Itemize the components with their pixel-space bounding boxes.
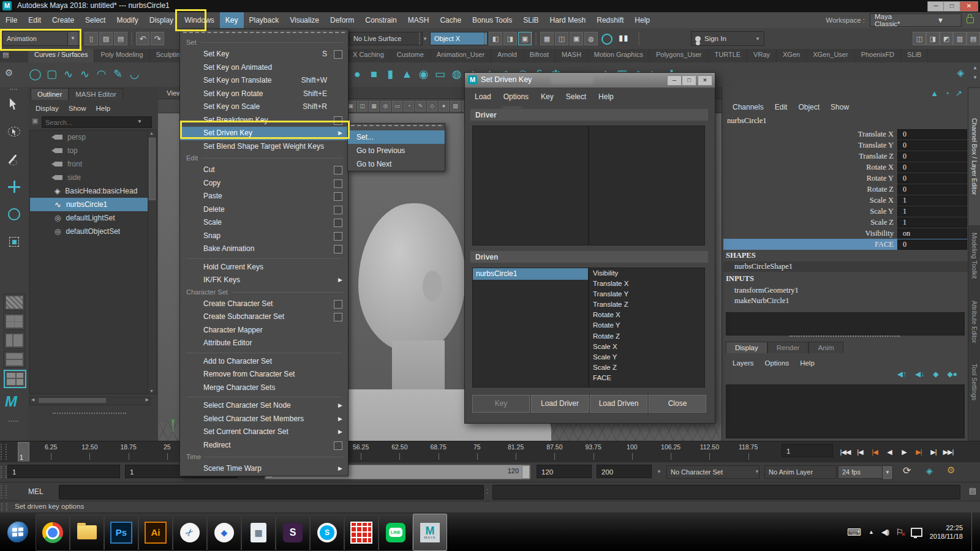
step-forward-frame-button[interactable]: ▶| <box>911 444 926 460</box>
layer-menu-options[interactable]: Options <box>760 356 795 370</box>
redo-icon[interactable]: ↷ <box>151 32 164 45</box>
symmetry-field[interactable]: Object X <box>430 32 488 45</box>
taskbar-start-button[interactable] <box>1 514 34 550</box>
outliner-menu-show[interactable]: Show <box>64 102 91 115</box>
dialog-maximize-button[interactable]: □ <box>682 75 696 86</box>
channel-value-field[interactable]: 0 <box>897 162 967 173</box>
shelf-gear-icon[interactable]: ⚙ <box>5 67 13 78</box>
pause-icon[interactable]: ▮▮ <box>619 33 628 42</box>
highlight-selection-icon[interactable]: ◧ <box>489 32 502 45</box>
step-back-frame-button[interactable]: |◀ <box>867 444 882 460</box>
taskbar-snipping-tool[interactable]: ✂ <box>173 514 207 551</box>
close-button[interactable]: ✕ <box>960 1 978 12</box>
tab-outliner[interactable]: Outliner <box>31 88 69 100</box>
outliner-item-defaultobjectset[interactable]: ◎defaultObjectSet <box>30 225 150 238</box>
graph-editor-toggle-icon[interactable]: ◨ <box>926 32 940 45</box>
workspace-lock-icon[interactable] <box>967 17 974 23</box>
shelf-tab-mash[interactable]: MASH <box>556 49 588 62</box>
render-current-frame-icon[interactable]: ◫ <box>555 32 568 45</box>
character-set-selector[interactable]: No Character Set <box>666 465 760 479</box>
option-box[interactable] <box>334 232 342 241</box>
scrollbar-thumb[interactable] <box>149 138 156 200</box>
menu-item-add-to-character-set[interactable]: Add to Character Set <box>180 355 348 369</box>
taskbar-chrome[interactable] <box>36 514 70 551</box>
menu-item-set-breakdown-key[interactable]: Set Breakdown Key <box>180 114 348 127</box>
menu-item-delete[interactable]: Delete <box>180 203 348 217</box>
channel-row-scale-x[interactable]: Scale X1 <box>723 195 967 206</box>
nurbs-circle-icon[interactable]: ◯ <box>27 62 43 86</box>
shelf-scroll-up-icon[interactable]: ▲ <box>973 65 978 70</box>
menu-item-ik-fk-keys[interactable]: IK/FK Keys▶ <box>180 274 348 287</box>
poly-plane-icon[interactable]: ▭ <box>432 62 448 86</box>
scroll-up-icon[interactable]: ▲ <box>149 131 154 135</box>
dialog-menu-select[interactable]: Select <box>560 90 592 103</box>
driven-attribute-scale-x[interactable]: Scale X <box>589 342 704 352</box>
render-view-icon[interactable]: ▦ <box>540 32 554 45</box>
playback-loop-icon[interactable]: ⟳ <box>903 465 911 476</box>
grease-pencil-icon[interactable]: ✎ <box>415 101 426 111</box>
menu-item-copy[interactable]: Copy <box>180 177 348 190</box>
menu-modify[interactable]: Modify <box>111 12 143 28</box>
dialog-minimize-button[interactable]: ─ <box>667 75 682 86</box>
poly-cylinder-icon[interactable]: ▮ <box>382 62 399 86</box>
dialog-title-bar[interactable]: M Set Driven Key ─ □ ✕ <box>465 73 715 88</box>
menu-item-set-key-on-scale[interactable]: Set Key on ScaleShift+R <box>180 100 348 114</box>
bezier-curve-icon[interactable]: ◠ <box>93 62 110 86</box>
2d-pan-zoom-icon[interactable]: ◔ <box>404 101 414 111</box>
lock-camera-icon[interactable]: ◫ <box>357 101 368 111</box>
create-empty-layer-icon[interactable]: ◆ <box>933 370 938 378</box>
volume-icon[interactable]: ◀))) <box>881 528 888 536</box>
load-driver-button[interactable]: Load Driver <box>531 395 589 413</box>
driver-object-list[interactable] <box>472 126 589 246</box>
channel-box-menu-edit[interactable]: Edit <box>769 100 793 114</box>
driven-attribute-rotate-z[interactable]: Rotate Z <box>589 331 704 342</box>
go-to-start-button[interactable]: |◀◀ <box>838 444 853 460</box>
lasso-tool-icon[interactable] <box>4 122 24 141</box>
shelf-tab-xgen-user[interactable]: XGen_User <box>807 49 854 62</box>
channel-value-field[interactable]: 1 <box>897 206 967 217</box>
mel-label[interactable]: MEL <box>28 487 43 496</box>
channel-value-field[interactable]: 0 <box>897 140 967 151</box>
sign-in-button[interactable]: Sign In▼ <box>691 31 764 46</box>
shelf-tab-poly-modeling[interactable]: Poly Modeling <box>94 49 149 62</box>
option-box[interactable] <box>334 245 342 253</box>
menu-item-set-key-on-animated[interactable]: Set Key on Animated <box>180 61 348 75</box>
tool-settings-toggle-icon[interactable]: ▤ <box>967 32 980 45</box>
menu-edit[interactable]: Edit <box>23 12 47 28</box>
channel-row-translate-y[interactable]: Translate Y0 <box>723 140 967 151</box>
minimize-button[interactable]: ─ <box>927 1 944 12</box>
menu-item-create-subcharacter-set[interactable]: Create Subcharacter Set <box>180 310 348 324</box>
option-box[interactable] <box>334 313 342 321</box>
menu-deform[interactable]: Deform <box>325 12 360 28</box>
outliner-scrollbar[interactable]: ▲ ▼ <box>148 130 157 394</box>
dialog-close-button[interactable]: ✕ <box>698 75 712 86</box>
image-plane-icon[interactable]: ▭ <box>392 101 402 111</box>
go-to-end-button[interactable]: ▶▶| <box>941 444 956 460</box>
timeline-grip[interactable] <box>1 444 7 460</box>
taskbar-diamond-app[interactable]: ◆ <box>207 514 241 551</box>
move-layer-up-icon[interactable]: ◀↑ <box>897 370 907 378</box>
submenu-tearoff-handle[interactable] <box>351 125 442 130</box>
driven-attribute-translate-z[interactable]: Translate Z <box>589 299 704 310</box>
outliner-item-nurbscircle1[interactable]: ∿nurbsCircle1 <box>30 198 150 211</box>
layer-tab-render[interactable]: Render <box>767 342 809 353</box>
menu-select[interactable]: Select <box>80 12 111 28</box>
menu-windows[interactable]: Windows <box>179 12 220 28</box>
taskbar-line-app[interactable]: LINE <box>379 514 413 551</box>
menu-item-set-key-on-translate[interactable]: Set Key on TranslateShift+W <box>180 74 348 88</box>
driven-attribute-face[interactable]: FACE <box>589 373 704 383</box>
animation-preferences-icon[interactable]: ⚙ <box>947 465 955 476</box>
toolbox-grip[interactable] <box>10 89 17 90</box>
poly-cube-icon[interactable]: ■ <box>366 62 382 86</box>
taskbar-slack[interactable]: S <box>276 514 310 551</box>
channel-box-menu-object[interactable]: Object <box>793 100 825 114</box>
channel-value-field[interactable]: 0 <box>897 239 967 250</box>
menu-mash[interactable]: MASH <box>402 12 435 28</box>
playback-end-field[interactable]: 120 <box>537 465 592 478</box>
anim-layer-selector[interactable]: No Anim Layer <box>764 465 837 479</box>
option-box[interactable] <box>334 116 342 125</box>
poly-cone-icon[interactable]: ▲ <box>399 62 415 86</box>
select-tool-icon[interactable] <box>4 94 24 114</box>
shelf-tab-polygons-user[interactable]: Polygons_User <box>650 49 709 62</box>
channel-row-face[interactable]: FACE0 <box>723 239 967 250</box>
